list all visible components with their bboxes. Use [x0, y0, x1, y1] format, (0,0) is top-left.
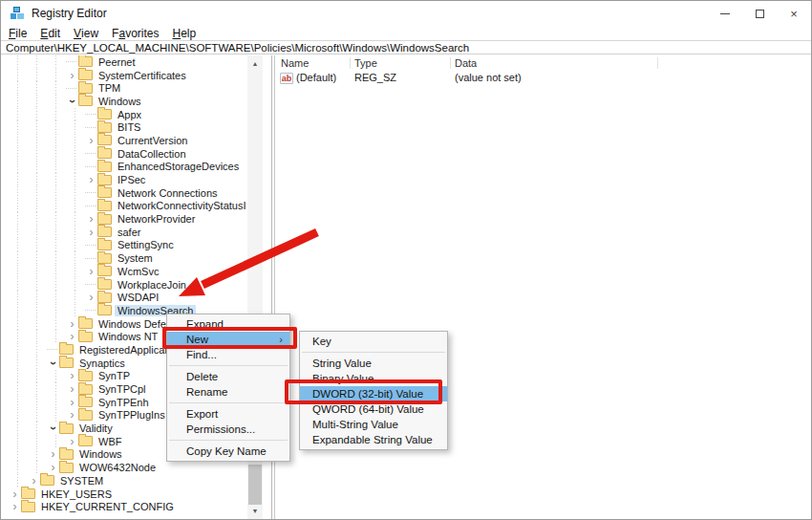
- tree-item-enhancedstoragedevices[interactable]: EnhancedStorageDevices: [1, 161, 246, 174]
- tree-item-label: TPM: [96, 82, 123, 94]
- registry-value-row[interactable]: ab (Default) REG_SZ (value not set): [275, 72, 811, 85]
- folder-icon: [97, 240, 112, 250]
- submenu-item-string-value[interactable]: String Value: [300, 356, 447, 371]
- tree-item-label: HKEY_CURRENT_CONFIG: [38, 501, 177, 512]
- tree-item-label: WSDAPI: [115, 292, 161, 303]
- column-header-data[interactable]: Data: [455, 57, 477, 69]
- context-menu-item-export[interactable]: Export: [167, 406, 289, 422]
- chevron-right-icon[interactable]: ›: [47, 462, 59, 473]
- chevron-right-icon[interactable]: ›: [47, 448, 59, 460]
- tree-item-tpm[interactable]: TPM: [1, 81, 246, 95]
- tree-item-wsdapi[interactable]: ›WSDAPI: [1, 291, 246, 304]
- tree-item-bits[interactable]: BITS: [1, 120, 246, 134]
- submenu-item-key[interactable]: Key: [300, 334, 447, 349]
- chevron-right-icon[interactable]: ›: [9, 488, 21, 500]
- folder-icon: [97, 175, 112, 185]
- submenu-item-expandable-string-value[interactable]: Expandable String Value: [300, 432, 447, 447]
- chevron-right-icon[interactable]: ›: [66, 318, 78, 330]
- new-submenu: KeyString ValueBinary ValueDWORD (32-bit…: [299, 331, 448, 450]
- chevron-right-icon[interactable]: ›: [85, 174, 97, 185]
- scrollbar-thumb[interactable]: [248, 465, 262, 505]
- menu-help[interactable]: Help: [165, 26, 203, 40]
- chevron-right-icon[interactable]: ›: [85, 227, 97, 238]
- chevron-down-icon[interactable]: ›: [48, 422, 59, 435]
- chevron-right-icon[interactable]: ›: [66, 436, 78, 447]
- menu-view[interactable]: View: [67, 26, 105, 40]
- maximize-button[interactable]: [742, 1, 777, 26]
- chevron-right-icon[interactable]: ›: [85, 135, 97, 146]
- chevron-right-icon[interactable]: ›: [28, 475, 40, 487]
- tree-guide-line: [28, 200, 47, 213]
- submenu-item-dword-32-bit-value[interactable]: DWORD (32-bit) Value: [300, 386, 447, 401]
- context-menu-item-expand[interactable]: Expand: [167, 316, 289, 332]
- column-separator[interactable]: [350, 57, 351, 69]
- tree-guide-line: [28, 448, 47, 462]
- tree-guide-line: [28, 330, 47, 343]
- tree-guide-line: [28, 69, 47, 82]
- menu-favorites[interactable]: Favorites: [105, 26, 165, 40]
- column-separator[interactable]: [657, 57, 658, 69]
- tree-item-safer[interactable]: ›safer: [1, 226, 246, 239]
- tree-item-hkey-current-config[interactable]: ›HKEY_CURRENT_CONFIG: [1, 500, 246, 513]
- chevron-right-icon[interactable]: ›: [66, 370, 78, 381]
- tree-guide-line: [28, 343, 47, 357]
- tree-item-peernet[interactable]: Peernet: [1, 55, 246, 69]
- tree-item-wow6432node[interactable]: ›WOW6432Node: [1, 461, 246, 474]
- tree-item-system[interactable]: ›SYSTEM: [1, 474, 246, 488]
- context-menu-item-find[interactable]: Find...: [167, 347, 289, 362]
- context-menu-item-rename[interactable]: Rename: [167, 384, 289, 400]
- chevron-right-icon[interactable]: ›: [9, 501, 21, 512]
- address-bar-input[interactable]: Computer\HKEY_LOCAL_MACHINE\SOFTWARE\Pol…: [1, 40, 811, 54]
- tree-item-systemcertificates[interactable]: ›SystemCertificates: [1, 69, 246, 82]
- tree-guide-line: [66, 278, 85, 292]
- tree-item-network-connections[interactable]: Network Connections: [1, 186, 246, 200]
- menu-separator: [300, 349, 447, 356]
- close-button[interactable]: ×: [777, 1, 811, 26]
- context-menu-item-new[interactable]: New›: [167, 332, 289, 347]
- tree-twig: [85, 206, 97, 206]
- chevron-down-icon[interactable]: ›: [67, 95, 78, 107]
- context-menu-item-delete[interactable]: Delete: [167, 369, 289, 384]
- chevron-right-icon[interactable]: ›: [66, 409, 78, 421]
- submenu-item-multi-string-value[interactable]: Multi-String Value: [300, 417, 447, 432]
- chevron-right-icon[interactable]: ›: [66, 397, 78, 408]
- column-separator[interactable]: [450, 57, 451, 69]
- scroll-up-icon[interactable]: ▲: [247, 55, 263, 71]
- context-menu-item-permissions[interactable]: Permissions...: [167, 422, 289, 437]
- tree-item-ipsec[interactable]: ›IPSec: [1, 173, 246, 186]
- submenu-item-binary-value[interactable]: Binary Value: [300, 371, 447, 386]
- tree-item-datacollection[interactable]: DataCollection: [1, 147, 246, 161]
- context-menu-item-copy-key-name[interactable]: Copy Key Name: [167, 444, 289, 459]
- chevron-right-icon[interactable]: ›: [66, 70, 78, 81]
- menu-edit[interactable]: Edit: [33, 26, 67, 40]
- string-value-icon: ab: [280, 73, 293, 84]
- tree-item-currentversion[interactable]: ›CurrentVersion: [1, 134, 246, 147]
- chevron-right-icon[interactable]: ›: [85, 266, 97, 277]
- menu-item-label: Multi-String Value: [312, 419, 398, 430]
- tree-item-workplacejoin[interactable]: WorkplaceJoin: [1, 278, 246, 292]
- tree-guide-line: [47, 186, 66, 200]
- chevron-right-icon[interactable]: ›: [66, 383, 78, 395]
- scroll-down-icon[interactable]: ▼: [247, 503, 263, 518]
- tree-item-appx[interactable]: Appx: [1, 108, 246, 121]
- tree-item-settingsync[interactable]: SettingSync: [1, 239, 246, 252]
- column-header-name[interactable]: Name: [281, 57, 309, 69]
- tree-item-hkey-users[interactable]: ›HKEY_USERS: [1, 488, 246, 501]
- chevron-right-icon[interactable]: ›: [85, 213, 97, 225]
- menu-file[interactable]: File: [2, 26, 33, 40]
- minimize-button[interactable]: [708, 1, 742, 26]
- tree-item-label: HKEY_USERS: [38, 488, 115, 500]
- tree-item-windows[interactable]: ›Windows: [1, 95, 246, 108]
- menu-bar: FileEditViewFavoritesHelp: [1, 26, 811, 40]
- chevron-down-icon[interactable]: ›: [48, 357, 59, 369]
- tree-item-networkconnectivitystatusindicator[interactable]: NetworkConnectivityStatusIndicator: [1, 200, 246, 213]
- submenu-item-qword-64-bit-value[interactable]: QWORD (64-bit) Value: [300, 401, 447, 417]
- chevron-right-icon[interactable]: ›: [85, 292, 97, 303]
- tree-item-networkprovider[interactable]: ›NetworkProvider: [1, 212, 246, 226]
- tree-item-system[interactable]: System: [1, 251, 246, 265]
- tree-item-wcmsvc[interactable]: ›WcmSvc: [1, 265, 246, 278]
- tree-guide-line: [28, 108, 47, 121]
- folder-icon: [78, 56, 93, 67]
- column-header-type[interactable]: Type: [354, 57, 377, 69]
- chevron-right-icon[interactable]: ›: [66, 331, 78, 342]
